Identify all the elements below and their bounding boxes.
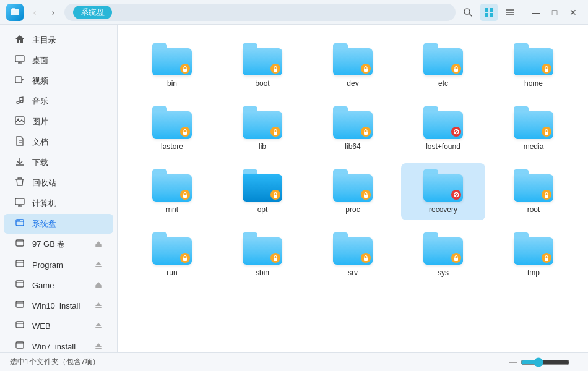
minimize-button[interactable]: — (527, 4, 545, 21)
svg-rect-14 (15, 77, 22, 83)
folder-item-lastore[interactable]: lastore (130, 100, 214, 157)
folder-name-mnt: mnt (166, 205, 178, 214)
folder-item-dev[interactable]: dev (311, 37, 395, 94)
sidebar-item-home[interactable]: 主目录 (4, 30, 113, 50)
eject-button-win10[interactable] (93, 300, 103, 311)
folder-icon-opt (243, 169, 282, 202)
folder-name-srv: srv (348, 268, 358, 277)
folder-name-root: root (527, 205, 540, 214)
folder-item-opt[interactable]: opt (220, 163, 305, 220)
statusbar: 选中1个文件夹（包含7项） — + (0, 352, 588, 371)
folder-badge-home (542, 64, 551, 74)
sidebar-item-win10[interactable]: Win10_install (4, 296, 113, 315)
sidebar-item-system[interactable]: 系统盘 (4, 214, 113, 234)
folder-badge-srv (361, 253, 371, 263)
folder-item-media[interactable]: media (491, 100, 576, 157)
folder-item-run[interactable]: run (130, 226, 214, 283)
folder-badge-proc (361, 190, 371, 200)
folder-icon-lastore (152, 106, 192, 139)
folder-item-proc[interactable]: proc (311, 163, 395, 220)
folder-item-sbin[interactable]: sbin (220, 226, 305, 283)
grid-view-button[interactable] (480, 4, 498, 21)
folder-icon-sbin (243, 232, 282, 265)
svg-rect-73 (364, 195, 368, 198)
folder-item-etc[interactable]: etc (401, 37, 485, 94)
folder-item-lib64[interactable]: lib64 (311, 100, 395, 157)
sidebar-item-program[interactable]: Program (4, 255, 113, 275)
sidebar-item-computer[interactable]: 计算机 (4, 194, 113, 213)
folder-item-lost+found[interactable]: ⊘lost+found (401, 100, 485, 157)
folder-item-home[interactable]: home (491, 37, 576, 94)
folder-name-run: run (166, 268, 177, 277)
folder-item-tmp[interactable]: tmp (491, 226, 576, 283)
list-view-button[interactable] (501, 4, 519, 21)
sidebar-item-win7[interactable]: Win7_install (4, 336, 113, 352)
folder-item-bin[interactable]: bin (130, 37, 214, 94)
folder-badge-tmp (542, 253, 551, 263)
sidebar-item-trash[interactable]: 回收站 (4, 173, 113, 193)
folder-icon-lost+found: ⊘ (423, 106, 463, 139)
file-grid: binbootdevetchomelastoreliblib64⊘lost+fo… (130, 37, 576, 283)
folder-item-boot[interactable]: boot (220, 37, 305, 94)
game-icon (14, 279, 26, 291)
sidebar-label-picture: 图片 (32, 116, 48, 127)
sidebar-item-game[interactable]: Game (4, 275, 113, 295)
folder-item-mnt[interactable]: mnt (130, 163, 214, 220)
sidebar-item-document[interactable]: 文档 (4, 132, 113, 152)
eject-button-web[interactable] (93, 320, 103, 331)
svg-rect-45 (95, 307, 102, 308)
folder-icon-srv (333, 232, 373, 265)
sidebar-item-music[interactable]: 音乐 (4, 92, 113, 111)
folder-badge-run (180, 253, 190, 263)
svg-rect-6 (485, 13, 488, 17)
folder-name-dev: dev (347, 79, 358, 88)
sidebar-item-video[interactable]: 视频 (4, 71, 113, 91)
selection-info: 选中1个文件夹（包含7项） (10, 357, 100, 367)
sidebar-item-picture[interactable]: 图片 (4, 112, 113, 132)
music-icon (14, 95, 26, 108)
svg-rect-34 (16, 260, 24, 267)
folder-item-lib[interactable]: lib (220, 100, 305, 157)
sidebar-item-vol97[interactable]: 97 GB 卷 (4, 234, 113, 254)
eject-button-game[interactable] (93, 279, 103, 291)
zoom-minus-icon: — (509, 358, 517, 367)
maximize-button[interactable]: □ (546, 4, 563, 21)
folder-badge-lib64 (361, 127, 371, 137)
nav-back-button[interactable]: ‹ (27, 5, 42, 20)
folder-item-recovery[interactable]: ⊘recovery (401, 163, 485, 220)
svg-rect-78 (454, 258, 458, 261)
svg-rect-46 (16, 322, 24, 328)
svg-rect-49 (95, 327, 102, 328)
sidebar-label-download: 下载 (32, 157, 48, 168)
folder-badge-media (542, 127, 551, 137)
sidebar-label-document: 文档 (32, 137, 48, 148)
svg-rect-69 (364, 132, 368, 135)
nav-forward-button[interactable]: › (46, 5, 61, 20)
window-controls: — □ ✕ (527, 4, 582, 21)
close-button[interactable]: ✕ (564, 4, 582, 21)
folder-item-srv[interactable]: srv (311, 226, 395, 283)
folder-icon-lib (243, 106, 282, 139)
sidebar-item-download[interactable]: 下载 (4, 153, 113, 173)
svg-rect-77 (364, 258, 368, 261)
sidebar-item-desktop[interactable]: 桌面 (4, 51, 113, 70)
eject-button-vol97[interactable] (93, 239, 103, 250)
svg-rect-53 (95, 348, 102, 349)
system-icon (14, 218, 26, 230)
folder-item-sys[interactable]: sys (401, 226, 485, 283)
eject-button-program[interactable] (93, 259, 103, 270)
svg-rect-72 (274, 195, 277, 198)
svg-marker-36 (95, 262, 102, 265)
folder-icon-media (514, 106, 553, 139)
svg-rect-62 (183, 69, 187, 72)
sidebar-label-game: Game (32, 281, 54, 290)
folder-item-root[interactable]: root (491, 163, 576, 220)
svg-rect-79 (545, 258, 548, 261)
zoom-slider[interactable] (521, 357, 570, 367)
search-button[interactable] (459, 4, 477, 21)
eject-button-win7[interactable] (93, 341, 103, 352)
sidebar-item-web[interactable]: WEB (4, 316, 113, 336)
svg-rect-23 (15, 198, 24, 205)
svg-rect-1 (12, 8, 15, 10)
svg-point-29 (19, 220, 20, 221)
